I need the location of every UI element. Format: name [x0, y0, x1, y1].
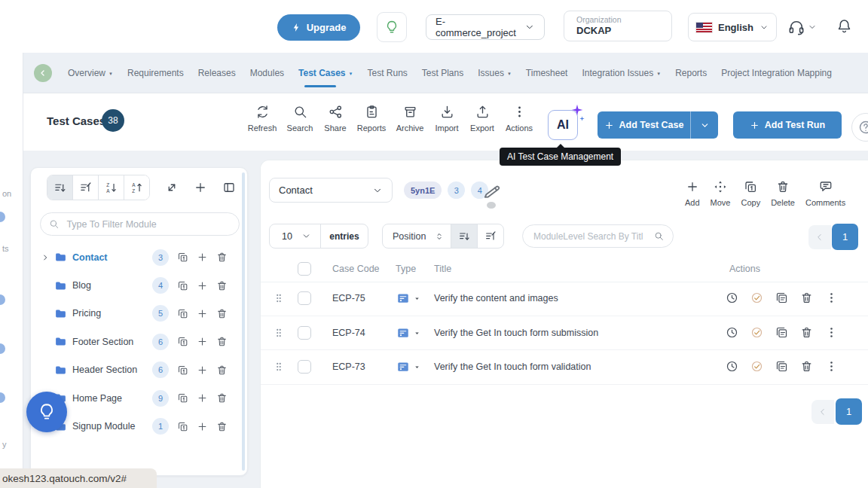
add-submodule-icon[interactable]	[197, 308, 208, 319]
chevron-right-icon[interactable]	[41, 254, 54, 261]
row-checkbox[interactable]	[298, 291, 311, 305]
kebab-menu-icon[interactable]	[825, 291, 838, 304]
kebab-menu-icon[interactable]	[825, 360, 838, 373]
expand-modules-button[interactable]	[165, 181, 179, 194]
support-menu[interactable]	[788, 19, 817, 35]
add-submodule-icon[interactable]	[197, 364, 208, 376]
back-button[interactable]	[34, 64, 52, 82]
add-submodule-icon[interactable]	[197, 392, 208, 404]
nav-item-modules[interactable]: Modules	[250, 62, 284, 84]
drag-handle-icon[interactable]	[274, 328, 284, 338]
pagination-page-button[interactable]: 1	[832, 224, 858, 250]
approve-check-icon[interactable]	[750, 291, 763, 304]
nav-item-releases[interactable]: Releases	[198, 62, 236, 84]
nav-item-reports[interactable]: Reports	[675, 62, 707, 84]
nav-item-issues[interactable]: Issues	[478, 62, 512, 84]
test-type-icon[interactable]	[396, 326, 410, 340]
module-row-pricing[interactable]: Pricing 5	[31, 300, 241, 328]
delete-module-icon[interactable]	[216, 336, 228, 347]
toggle-panel-button[interactable]	[222, 181, 236, 194]
nav-item-test-plans[interactable]: Test Plans	[422, 62, 463, 84]
nav-item-integration-issues[interactable]: Integration Issues	[582, 62, 661, 84]
project-select[interactable]: E-commerce_project	[426, 14, 545, 40]
nav-item-overview[interactable]: Overview	[68, 62, 113, 84]
case-title[interactable]: Verify the Get In touch form submission	[434, 328, 598, 338]
row-checkbox[interactable]	[298, 326, 311, 340]
upgrade-button[interactable]: Upgrade	[277, 14, 360, 41]
drag-handle-icon[interactable]	[274, 361, 284, 372]
copy-button[interactable]: Copy	[741, 180, 760, 207]
copy-module-icon[interactable]	[177, 364, 188, 376]
select-all-checkbox[interactable]	[298, 262, 311, 276]
module-row-footer-section[interactable]: Footer Section 6	[31, 328, 241, 355]
history-clock-icon[interactable]	[726, 291, 738, 304]
import-button[interactable]: Import	[431, 105, 463, 133]
table-row[interactable]: ECP-74 Verify the Get In touch form subm…	[261, 316, 868, 351]
sort-position-desc-button[interactable]	[47, 175, 72, 200]
tips-lightbulb-button[interactable]	[377, 12, 407, 42]
test-type-icon[interactable]	[396, 291, 410, 305]
module-row-contact[interactable]: Contact 3	[31, 243, 241, 271]
delete-module-icon[interactable]	[216, 421, 228, 432]
kebab-menu-icon[interactable]	[825, 326, 838, 339]
module-row-header-section[interactable]: Header Section 6	[31, 356, 241, 384]
copy-module-icon[interactable]	[177, 308, 188, 319]
table-row[interactable]: ECP-73 Verify the Get In touch form vali…	[261, 350, 868, 385]
add-test-case-button[interactable]: Add Test Case	[598, 111, 718, 139]
title-search-input[interactable]	[532, 230, 649, 242]
add-submodule-icon[interactable]	[197, 421, 208, 432]
history-clock-icon[interactable]	[726, 326, 738, 339]
case-title[interactable]: Verify the Get In touch form validation	[434, 361, 591, 372]
add-submodule-icon[interactable]	[197, 252, 208, 263]
case-title[interactable]: Verify the content and images	[434, 293, 558, 303]
trash-icon[interactable]	[800, 291, 813, 304]
trash-icon[interactable]	[800, 326, 813, 339]
pagination-prev-button[interactable]	[808, 225, 831, 249]
copy-steps-icon[interactable]	[775, 291, 788, 304]
nav-item-requirements[interactable]: Requirements	[127, 62, 184, 84]
nav-item-project-integration-mapping[interactable]: Project Integration Mapping	[721, 62, 832, 84]
caret-down-icon[interactable]	[414, 364, 420, 371]
help-button[interactable]	[851, 113, 868, 142]
delete-module-icon[interactable]	[216, 308, 228, 319]
approve-check-icon[interactable]	[750, 360, 763, 373]
assistant-lightbulb-fab[interactable]	[26, 392, 67, 432]
sort-alpha-desc-button[interactable]	[98, 175, 124, 200]
trash-icon[interactable]	[800, 360, 813, 373]
move-button[interactable]: Move	[711, 180, 731, 207]
sidebar-scrollbar[interactable]	[242, 172, 245, 471]
sort-position-asc-button[interactable]	[72, 175, 98, 200]
sort-alpha-asc-button[interactable]	[124, 175, 149, 200]
add-submodule-icon[interactable]	[197, 280, 208, 291]
module-select[interactable]: Contact	[269, 178, 393, 203]
archive-button[interactable]: Archive	[393, 105, 427, 133]
pagination-page-button[interactable]: 1	[836, 398, 862, 425]
caret-down-icon[interactable]	[414, 295, 420, 302]
actions-menu-button[interactable]: Actions	[502, 105, 536, 133]
delete-module-icon[interactable]	[216, 252, 228, 263]
up-down-arrows-icon[interactable]	[434, 231, 445, 242]
copy-module-icon[interactable]	[177, 336, 188, 347]
delete-module-icon[interactable]	[216, 280, 228, 291]
entries-per-page-select[interactable]: 10 entries	[269, 224, 368, 249]
export-button[interactable]: Export	[466, 105, 498, 133]
caret-down-icon[interactable]	[414, 330, 420, 337]
delete-button[interactable]: Delete	[771, 180, 795, 207]
nav-item-test-runs[interactable]: Test Runs	[368, 62, 408, 84]
language-select[interactable]: English	[688, 13, 777, 41]
add-test-run-button[interactable]: Add Test Run	[733, 111, 842, 139]
ai-test-case-button[interactable]: AI	[548, 110, 578, 140]
nav-item-timesheet[interactable]: Timesheet	[526, 62, 568, 84]
notifications-button[interactable]	[836, 18, 852, 34]
drag-handle-icon[interactable]	[274, 293, 284, 303]
add-test-case-dropdown[interactable]	[690, 111, 718, 139]
copy-steps-icon[interactable]	[775, 326, 788, 339]
nav-item-test-cases[interactable]: Test Cases	[298, 62, 353, 84]
copy-module-icon[interactable]	[177, 421, 188, 432]
comments-button[interactable]: Comments	[805, 180, 845, 207]
sort-asc-button[interactable]	[477, 224, 503, 248]
search-button[interactable]: Search	[283, 105, 316, 133]
reports-button[interactable]: Reports	[354, 105, 389, 133]
edit-pencil-icon[interactable]	[481, 181, 503, 203]
approve-check-icon[interactable]	[750, 326, 763, 339]
